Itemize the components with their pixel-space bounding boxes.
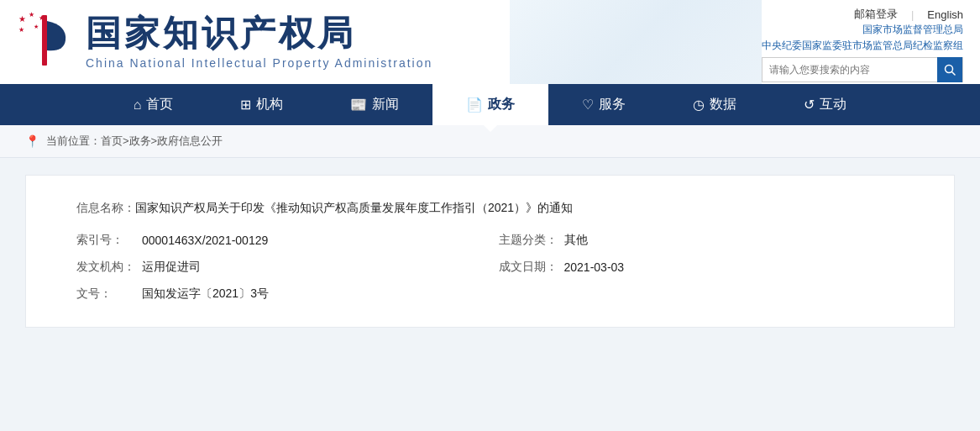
nav-affairs-label: 政务 <box>488 96 515 113</box>
search-button[interactable] <box>937 57 962 82</box>
nav-interact[interactable]: ↺ 互动 <box>770 84 880 125</box>
date-label: 成文日期： <box>499 260 558 275</box>
nav-data-label: 数据 <box>710 96 736 113</box>
nav-data[interactable]: ◷ 数据 <box>659 84 770 125</box>
nav-news-label: 新闻 <box>372 96 399 113</box>
nav-org[interactable]: ⊞ 机构 <box>207 84 317 125</box>
header-right: 邮箱登录 | English 国家市场监督管理总局 中央纪委国家监委驻市场监管总… <box>762 0 963 84</box>
english-link[interactable]: English <box>927 8 963 21</box>
field-issuing-org: 发文机构： 运用促进司 <box>76 260 482 275</box>
data-icon: ◷ <box>693 97 705 113</box>
affairs-icon: 📄 <box>466 97 483 113</box>
nav-affairs[interactable]: 📄 政务 <box>432 84 548 125</box>
search-icon <box>944 64 956 76</box>
org-value: 运用促进司 <box>142 260 201 275</box>
svg-text:★: ★ <box>18 26 24 34</box>
main-nav: ⌂ 首页 ⊞ 机构 📰 新闻 📄 政务 ♡ 服务 ◷ 数据 ↺ 互动 <box>0 84 980 125</box>
header-bg-decoration <box>510 0 762 84</box>
svg-rect-5 <box>42 15 47 66</box>
news-icon: 📰 <box>350 97 367 113</box>
date-value: 2021-03-03 <box>564 260 625 274</box>
field-index-number: 索引号： 00001463X/2021-00129 <box>76 233 482 248</box>
search-input[interactable] <box>763 64 937 76</box>
svg-text:★: ★ <box>34 24 39 29</box>
nav-service[interactable]: ♡ 服务 <box>548 84 659 125</box>
interact-icon: ↺ <box>804 97 815 113</box>
subject-label: 主题分类： <box>499 233 558 248</box>
home-icon: ⌂ <box>134 97 142 113</box>
empty-cell <box>499 286 904 302</box>
service-icon: ♡ <box>582 97 594 113</box>
svg-text:★: ★ <box>29 11 34 18</box>
logo-icon: ★ ★ ★ ★ ★ <box>17 8 76 76</box>
logo-english: China National Intellectual Property Adm… <box>86 56 432 70</box>
search-bar <box>762 57 963 82</box>
title-label: 信息名称： <box>76 201 135 216</box>
location-icon: 📍 <box>25 134 39 148</box>
logo-area: ★ ★ ★ ★ ★ 国家知识产权局 China National Intelle… <box>17 0 432 84</box>
org-links: 国家市场监督管理总局 中央纪委国家监委驻市场监管总局纪检监察组 <box>762 22 963 54</box>
nav-news[interactable]: 📰 新闻 <box>317 84 432 125</box>
article-title-row: 信息名称： 国家知识产权局关于印发《推动知识产权高质量发展年度工作指引（2021… <box>76 201 904 216</box>
header: ★ ★ ★ ★ ★ 国家知识产权局 China National Intelle… <box>0 0 980 84</box>
field-date: 成文日期： 2021-03-03 <box>499 260 904 275</box>
article-fields: 索引号： 00001463X/2021-00129 主题分类： 其他 发文机构：… <box>76 233 904 302</box>
title-value: 国家知识产权局关于印发《推动知识产权高质量发展年度工作指引（2021）》的通知 <box>135 201 573 216</box>
logo-text-area: 国家知识产权局 China National Intellectual Prop… <box>86 14 432 70</box>
svg-text:★: ★ <box>18 14 26 24</box>
logo-chinese: 国家知识产权局 <box>86 14 432 53</box>
breadcrumb-text: 当前位置：首页>政务>政府信息公开 <box>46 134 223 149</box>
link-divider: | <box>911 8 914 21</box>
docnum-value: 国知发运字〔2021〕3号 <box>142 286 269 302</box>
nav-service-label: 服务 <box>599 96 626 113</box>
svg-line-7 <box>952 72 956 76</box>
subject-value: 其他 <box>564 233 588 248</box>
org-icon: ⊞ <box>240 97 251 113</box>
main-content: 信息名称： 国家知识产权局关于印发《推动知识产权高质量发展年度工作指引（2021… <box>25 175 955 328</box>
org-link-2[interactable]: 中央纪委国家监委驻市场监管总局纪检监察组 <box>762 38 963 54</box>
mailbox-link[interactable]: 邮箱登录 <box>854 7 898 22</box>
nav-home[interactable]: ⌂ 首页 <box>100 84 207 125</box>
nav-home-label: 首页 <box>146 96 173 113</box>
nav-interact-label: 互动 <box>820 96 846 113</box>
org-link-1[interactable]: 国家市场监督管理总局 <box>762 22 963 38</box>
index-label: 索引号： <box>76 233 135 248</box>
field-doc-number: 文号： 国知发运字〔2021〕3号 <box>76 286 482 302</box>
top-links: 邮箱登录 | English <box>854 7 963 22</box>
org-label: 发文机构： <box>76 260 135 275</box>
nav-org-label: 机构 <box>256 96 283 113</box>
index-value: 00001463X/2021-00129 <box>142 234 268 247</box>
docnum-label: 文号： <box>76 286 135 302</box>
field-subject-category: 主题分类： 其他 <box>499 233 904 248</box>
